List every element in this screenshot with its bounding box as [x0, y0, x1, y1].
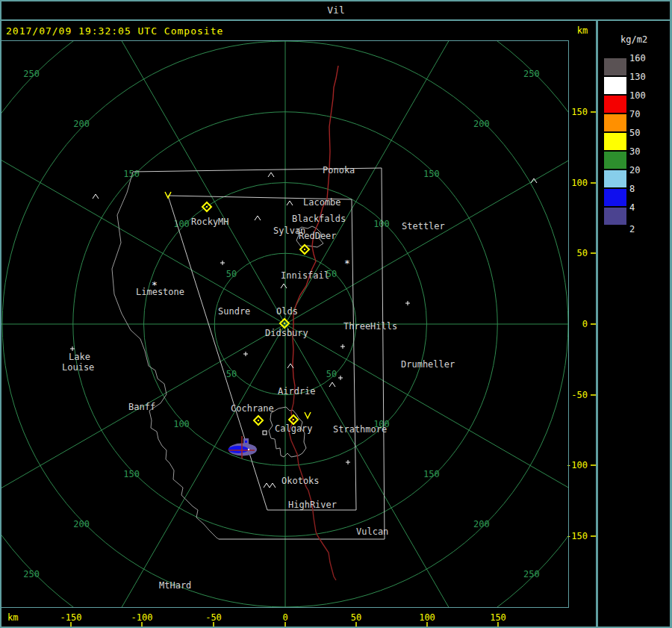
city-label: Didsbury	[265, 328, 308, 338]
peak-marker-icon	[287, 201, 293, 205]
ring-distance-label: 150	[423, 469, 440, 479]
city-label: Drumheller	[401, 359, 455, 370]
plot-frame-bottom	[0, 607, 569, 608]
legend-unit-title: kg/m2	[620, 34, 647, 45]
square-marker-icon	[263, 431, 267, 435]
radar-site-diamond-icon	[202, 202, 211, 211]
bottom-axis-tick-label: 50	[351, 612, 361, 623]
legend-value-label: 4	[629, 203, 659, 212]
echo-center-dot	[248, 449, 249, 450]
city-label: Olds	[276, 306, 298, 317]
legend-value-label: 70	[629, 110, 659, 119]
bottom-axis-tick-label: 0	[282, 612, 287, 623]
peak-marker-icon	[264, 483, 270, 488]
legend-swatch	[604, 96, 626, 113]
bottom-axis-tick-label: -150	[60, 612, 82, 623]
right-axis-tick-label: 150	[571, 107, 588, 117]
town-marker-icon	[340, 344, 345, 349]
peak-marker-icon	[270, 483, 276, 488]
legend-separator	[596, 19, 598, 628]
ring-distance-label: 200	[473, 519, 490, 529]
legend-value-label: 20	[629, 166, 659, 175]
legend-value-label: 100	[629, 91, 659, 100]
ring-distance-label: 250	[23, 569, 40, 579]
city-label: Cochrane	[231, 403, 274, 414]
town-marker-icon	[338, 376, 343, 380]
ring-distance-label: 50	[226, 269, 237, 279]
ring-distance-label: 250	[523, 69, 540, 79]
v-marker-icon	[165, 192, 171, 198]
city-label: RedDeer	[299, 231, 337, 241]
city-label: MtHard	[159, 580, 191, 591]
legend-value-label: 30	[629, 147, 659, 156]
plot-frame-right	[568, 40, 569, 608]
town-marker-icon	[405, 301, 410, 305]
right-axis-tick-label: -150	[566, 531, 588, 541]
city-label: Airdrie	[278, 386, 316, 397]
peak-marker-icon	[93, 194, 99, 199]
ring-distance-label: 250	[23, 69, 40, 79]
city-label: Blackfalds	[292, 214, 346, 224]
ring-distance-label: 50	[226, 369, 237, 379]
peak-marker-icon	[255, 216, 261, 220]
range-rings	[0, 0, 639, 628]
legend-swatch	[604, 114, 626, 131]
ring-distance-label: 250	[523, 569, 540, 579]
legend-swatch	[604, 77, 626, 94]
city-label: HighRiver	[288, 500, 337, 510]
town-marker-icon	[346, 460, 350, 464]
right-axis-tick-label: 50	[577, 248, 588, 258]
legend-swatch	[604, 133, 626, 150]
ring-distance-label: 200	[73, 119, 90, 129]
v-marker-icon	[305, 412, 311, 418]
ring-distance-label: 200	[73, 519, 90, 529]
ring-distance-label: 150	[423, 169, 440, 179]
right-axis-tick-label: -100	[566, 460, 588, 470]
ring-distance-label: 50	[326, 369, 337, 379]
city-label: Ponoka	[323, 165, 355, 175]
legend-min-value-label: 2	[629, 225, 659, 234]
legend-swatch	[604, 170, 626, 187]
radial-line	[0, 0, 285, 324]
city-label: ThreeHills	[343, 321, 397, 332]
axes: -150-100-50050100150150100500-50-100-150…	[7, 107, 596, 627]
legend-swatch	[604, 152, 626, 169]
echo-core-spot	[245, 441, 247, 443]
city-label: Lake	[69, 352, 90, 362]
bottom-axis-tick-label: -100	[131, 612, 153, 623]
town-marker-icon	[220, 261, 225, 265]
city-label: Innisfail	[281, 270, 329, 281]
plot-frame-top	[0, 40, 569, 41]
legend-swatch	[604, 189, 626, 206]
right-axis-tick-label: 0	[582, 319, 588, 329]
right-axis-tick-label: -50	[571, 390, 588, 400]
titlebar-separator	[0, 19, 672, 21]
echo-core	[228, 446, 249, 453]
legend-swatch	[604, 208, 626, 225]
bottom-axis-tick-label: 150	[490, 612, 506, 623]
city-label: Banff	[128, 402, 155, 412]
radial-line	[0, 324, 285, 628]
city-label: Strathmore	[333, 424, 387, 435]
city-label: Louise	[62, 362, 94, 373]
radar-coverage-outline-b	[168, 196, 356, 510]
city-label: Vulcan	[356, 526, 388, 537]
legend-value-label: 8	[629, 184, 659, 193]
town-marker-icon	[243, 352, 248, 356]
ring-distance-label: 100	[373, 219, 390, 229]
right-axis-tick-label: 100	[571, 178, 588, 188]
legend-value-label: 160	[629, 54, 659, 63]
legend-panel: kg/m2 16013010070503020842	[598, 21, 671, 627]
radar-site-diamond-icon	[254, 416, 263, 425]
city-label: Okotoks	[281, 476, 320, 486]
city-label: Calgary	[275, 423, 313, 434]
ring-distance-label: 150	[123, 469, 140, 479]
bottom-axis-tick-label: 100	[419, 612, 435, 623]
peak-marker-icon	[329, 382, 335, 387]
bottom-axis-tick-label: -50	[205, 612, 222, 623]
city-label: Stettler	[402, 221, 445, 231]
peak-marker-icon	[281, 284, 287, 288]
window-border-left	[0, 0, 1, 628]
radial-line	[0, 324, 285, 628]
city-label: Lacombe	[303, 197, 341, 208]
